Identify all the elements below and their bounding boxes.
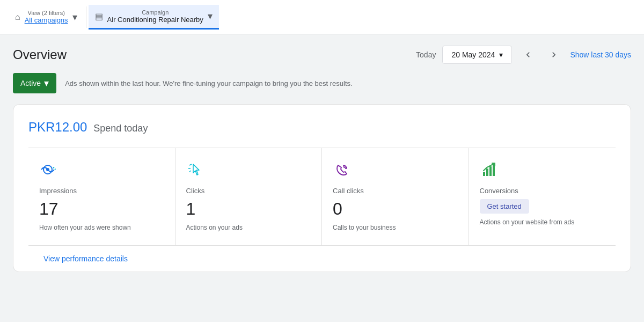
- active-description: Ads shown within the last hour. We're fi…: [65, 79, 353, 87]
- top-bar: ⌂ View (2 filters) All campaigns ▾ ▤ Cam…: [0, 0, 644, 34]
- chevron-down-icon-date: ▾: [499, 50, 503, 59]
- call-clicks-icon: [333, 161, 458, 180]
- view-performance-row: View performance details: [28, 245, 616, 272]
- clicks-label: Clicks: [186, 187, 311, 195]
- svg-rect-3: [486, 169, 488, 176]
- impressions-value: 17: [39, 199, 164, 219]
- campaign-name: Air Conditioning Repair Nearby: [107, 16, 203, 24]
- call-clicks-label: Call clicks: [333, 187, 458, 195]
- show-last-30-days-button[interactable]: Show last 30 days: [570, 50, 631, 59]
- chevron-right-icon: [548, 49, 559, 60]
- active-chevron-icon: ▾: [44, 77, 49, 89]
- home-icon: ⌂: [15, 12, 20, 22]
- today-label: Today: [416, 50, 436, 59]
- active-label: Active: [20, 79, 41, 87]
- header-right: Today 20 May 2024 ▾ Show last 30 days: [416, 45, 631, 64]
- chevron-down-icon: ▾: [72, 11, 77, 23]
- conversions-icon: [480, 161, 605, 180]
- all-campaigns-label: All campaigns: [25, 16, 68, 24]
- date-value: 20 May 2024: [451, 50, 495, 59]
- stats-grid: Impressions 17 How often your ads were s…: [28, 148, 616, 245]
- view-performance-button[interactable]: View performance details: [43, 254, 128, 263]
- view-label: View (2 filters): [25, 10, 68, 16]
- next-date-button[interactable]: [544, 45, 564, 64]
- page-title: Overview: [13, 47, 67, 62]
- campaign-selector-button[interactable]: ▤ Campaign Air Conditioning Repair Nearb…: [89, 5, 219, 30]
- svg-rect-2: [483, 172, 485, 176]
- overview-header: Overview Today 20 May 2024 ▾ Show last 3…: [13, 34, 631, 73]
- clicks-value: 1: [186, 199, 311, 219]
- clicks-desc: Actions on your ads: [186, 223, 311, 232]
- active-status-button[interactable]: Active ▾: [13, 73, 56, 93]
- spend-row: PKR12.00 Spend today: [28, 120, 616, 135]
- active-row: Active ▾ Ads shown within the last hour.…: [13, 73, 631, 93]
- impressions-icon: [39, 161, 164, 180]
- call-clicks-value: 0: [333, 199, 458, 219]
- clicks-cell: Clicks 1 Actions on your ads: [175, 148, 323, 245]
- impressions-label: Impressions: [39, 187, 164, 195]
- campaign-icon: ▤: [95, 11, 103, 21]
- conversions-label: Conversions: [480, 187, 605, 195]
- call-clicks-cell: Call clicks 0 Calls to your business: [322, 148, 469, 245]
- impressions-desc: How often your ads were shown: [39, 223, 164, 232]
- view-filters-button[interactable]: ⌂ View (2 filters) All campaigns ▾: [9, 5, 84, 28]
- call-clicks-desc: Calls to your business: [333, 223, 458, 232]
- impressions-cell: Impressions 17 How often your ads were s…: [28, 148, 175, 245]
- page-content: Overview Today 20 May 2024 ▾ Show last 3…: [0, 34, 644, 285]
- date-picker-button[interactable]: 20 May 2024 ▾: [442, 46, 512, 64]
- spend-label: Spend today: [93, 123, 148, 134]
- stats-card: PKR12.00 Spend today Impressions 17 How …: [13, 104, 631, 272]
- divider: [86, 6, 86, 28]
- spend-amount: PKR12.00: [28, 120, 87, 134]
- campaign-label: Campaign: [107, 9, 203, 16]
- get-started-button[interactable]: Get started: [480, 199, 529, 214]
- chevron-down-icon-2: ▾: [208, 10, 213, 22]
- conversions-desc: Actions on your website from ads: [480, 218, 605, 227]
- clicks-icon: [186, 161, 311, 180]
- conversions-cell: Conversions Get started Actions on your …: [469, 148, 616, 245]
- svg-rect-4: [489, 166, 492, 176]
- prev-date-button[interactable]: [518, 45, 538, 64]
- chevron-left-icon: [523, 49, 533, 60]
